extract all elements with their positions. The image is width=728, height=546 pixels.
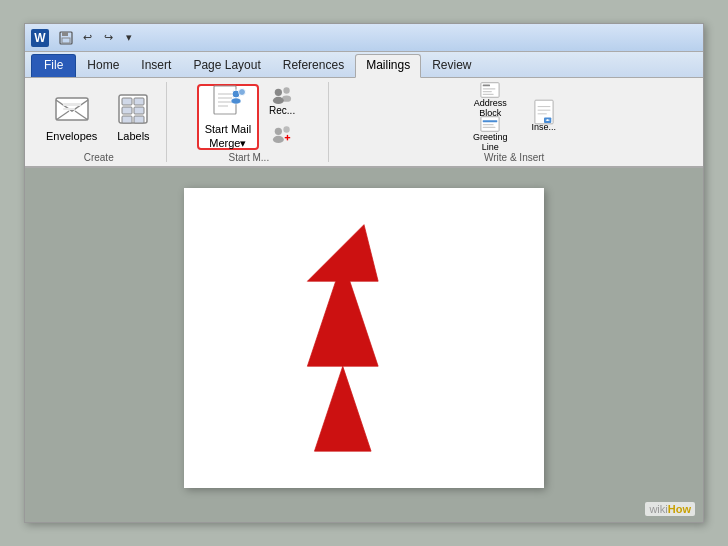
ribbon-group-create: Envelopes Labels: [31, 82, 167, 162]
quick-access-toolbar: ↩ ↪ ▾: [57, 29, 138, 47]
svg-rect-35: [483, 91, 492, 92]
mail-merge-icon: [210, 84, 246, 120]
svg-rect-6: [63, 103, 81, 106]
save-quick-btn[interactable]: [57, 29, 75, 47]
document: [184, 188, 544, 488]
edit-list-icon: [272, 124, 292, 144]
labels-label: Labels: [117, 130, 149, 143]
recipients-button[interactable]: Rec...: [263, 85, 301, 115]
svg-rect-13: [122, 116, 132, 123]
svg-rect-38: [483, 120, 498, 122]
wikihow-badge: wikiHow: [645, 502, 695, 516]
create-group-items: Envelopes Labels: [39, 84, 158, 150]
write-insert-items: AddressBlock GreetingLine: [463, 84, 566, 150]
svg-rect-40: [483, 127, 496, 128]
word-window: W ↩ ↪ ▾ File Home Insert Page Layout Ref…: [24, 23, 704, 523]
svg-rect-10: [134, 98, 144, 105]
address-block-icon: [480, 81, 500, 99]
wiki-text: wiki: [649, 503, 667, 515]
svg-point-29: [283, 126, 289, 132]
tab-home[interactable]: Home: [76, 54, 130, 77]
how-text: How: [668, 503, 691, 515]
start-merge-items: Start MailMerge▾ Rec...: [197, 84, 301, 150]
svg-point-26: [282, 95, 291, 101]
svg-point-21: [231, 98, 241, 104]
recipients-label: Rec...: [269, 105, 295, 116]
ribbon-tabs: File Home Insert Page Layout References …: [25, 52, 703, 78]
labels-button[interactable]: Labels: [108, 84, 158, 150]
labels-icon: [115, 91, 151, 127]
start-mail-merge-button[interactable]: Start MailMerge▾: [197, 84, 259, 150]
insert-field-button[interactable]: Inse...: [522, 92, 566, 142]
svg-point-22: [238, 89, 245, 96]
svg-rect-39: [483, 124, 494, 125]
edit-list-button[interactable]: [263, 119, 301, 149]
recipients-icon: [272, 85, 292, 105]
envelopes-button[interactable]: Envelopes: [39, 84, 104, 150]
start-mail-merge-label: Start MailMerge▾: [205, 123, 251, 149]
svg-point-23: [275, 88, 282, 95]
greeting-line-icon: [480, 115, 500, 133]
write-insert-group-label: Write & Insert: [484, 150, 544, 163]
tab-insert[interactable]: Insert: [130, 54, 182, 77]
ribbon: Envelopes Labels: [25, 78, 703, 168]
svg-point-27: [275, 128, 282, 135]
envelopes-label: Envelopes: [46, 130, 97, 143]
svg-point-25: [283, 87, 289, 93]
tab-review[interactable]: Review: [421, 54, 482, 77]
tab-mailings[interactable]: Mailings: [355, 54, 421, 78]
svg-rect-1: [62, 32, 68, 36]
word-icon: W: [31, 29, 49, 47]
undo-quick-btn[interactable]: ↩: [78, 29, 96, 47]
ribbon-group-start-merge: Start MailMerge▾ Rec...: [169, 82, 329, 162]
tab-file[interactable]: File: [31, 54, 76, 77]
tab-page-layout[interactable]: Page Layout: [182, 54, 271, 77]
address-block-button[interactable]: AddressBlock: [463, 85, 518, 115]
svg-rect-7: [63, 108, 75, 110]
redo-quick-btn[interactable]: ↪: [99, 29, 117, 47]
svg-rect-9: [122, 98, 132, 105]
create-group-label: Create: [84, 150, 114, 163]
svg-rect-34: [483, 88, 496, 89]
svg-point-28: [273, 136, 284, 143]
envelope-icon: [54, 91, 90, 127]
ribbon-group-write-insert: AddressBlock GreetingLine: [331, 82, 697, 162]
insert-field-label: Inse...: [531, 122, 556, 132]
title-bar: W ↩ ↪ ▾: [25, 24, 703, 52]
insert-field-icon: [534, 102, 554, 122]
svg-rect-12: [134, 107, 144, 114]
document-area: wikiHow: [25, 168, 703, 522]
svg-rect-14: [134, 116, 144, 123]
start-merge-group-label: Start M...: [229, 150, 270, 163]
svg-rect-33: [483, 85, 490, 87]
svg-rect-36: [483, 94, 494, 95]
dropdown-quick-btn[interactable]: ▾: [120, 29, 138, 47]
svg-rect-2: [62, 38, 70, 43]
svg-rect-11: [122, 107, 132, 114]
greeting-line-button[interactable]: GreetingLine: [463, 119, 518, 149]
tab-references[interactable]: References: [272, 54, 355, 77]
